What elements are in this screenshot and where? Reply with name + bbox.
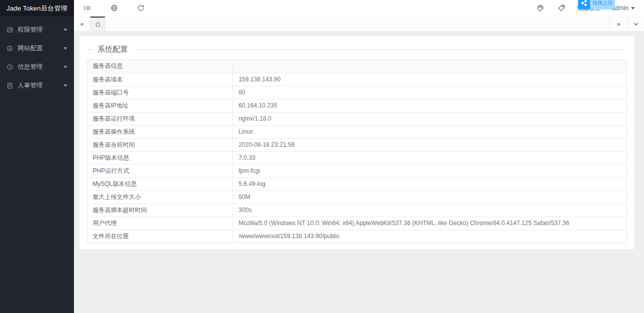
legend-dash <box>87 49 93 50</box>
table-row: 服务器脚本超时时间 300s <box>88 203 626 217</box>
tag-icon[interactable] <box>557 4 566 12</box>
chevron-down-icon <box>633 21 639 27</box>
sidebar-item[interactable]: 权限管理 <box>0 21 74 39</box>
top-header: 清除缓存 admin 拖拽上传 <box>74 0 644 17</box>
row-value: nginx/1.18.0 <box>233 113 626 125</box>
row-label: 服务器IP地址 <box>88 99 233 112</box>
sidebar-item[interactable]: 网站配置 <box>0 39 74 58</box>
table-row: 服务器当前时间 2020-08-18 23:21:56 <box>88 138 626 151</box>
user-dropdown[interactable]: admin <box>612 5 635 12</box>
table-row: 服务器IP地址 60.164.10.235 <box>88 99 626 112</box>
refresh-icon[interactable] <box>137 4 145 12</box>
main-area: 清除缓存 admin 拖拽上传 « » 系统配 <box>74 0 644 313</box>
drag-upload-widget[interactable]: 拖拽上传 <box>578 0 615 9</box>
clock-icon <box>7 64 13 70</box>
table-row: 文件所在位置 /www/wwwroot/159.138.143.90/publi… <box>88 230 626 243</box>
palette-icon[interactable] <box>536 4 544 12</box>
table-row: 服务器运行环境 nginx/1.18.0 <box>88 112 626 125</box>
row-label: 服务器域名 <box>88 73 233 86</box>
row-value: 80 <box>233 86 626 99</box>
system-config-card: 系统配置 服务器信息 服务器域名 159.138.143.90 <box>79 36 635 250</box>
row-value: fpm-fcgi <box>233 165 626 177</box>
sidebar-item-label: 权限管理 <box>18 26 43 34</box>
row-label: 服务器运行环境 <box>88 113 233 125</box>
sidebar-item-label: 人事管理 <box>18 81 43 90</box>
row-value: Linux <box>233 126 626 138</box>
table-header-label: 服务器信息 <box>88 60 233 73</box>
tab-bar: « » <box>74 17 644 32</box>
legend-rule <box>133 49 627 50</box>
globe-icon[interactable] <box>110 4 118 12</box>
id-card-icon <box>7 27 13 33</box>
helm-icon <box>7 45 13 52</box>
row-value: 60.164.10.235 <box>233 99 626 112</box>
table-header-row: 服务器信息 <box>88 60 626 73</box>
table-row: 最大上传文件大小 50M <box>88 190 626 203</box>
row-value: 50M <box>233 191 626 203</box>
home-icon <box>95 21 101 28</box>
row-label: 服务器操作系统 <box>88 126 233 138</box>
tabs-scroll-left-button[interactable]: « <box>74 17 90 31</box>
tabs-scroll-right-button[interactable]: » <box>610 17 627 31</box>
row-value: /www/wwwroot/159.138.143.90/public <box>233 230 626 243</box>
row-label: PHP运行方式 <box>88 165 233 177</box>
sidebar: Jade Token后台管理 权限管理 网站配置 信息管理 <box>0 0 74 313</box>
row-label: 服务器脚本超时时间 <box>88 204 233 217</box>
table-header-empty <box>233 60 626 73</box>
header-left-tools <box>74 4 152 12</box>
chevron-down-icon <box>63 84 67 87</box>
sidebar-item-label: 网站配置 <box>18 44 43 53</box>
table-row: MySQL版本信息 5.6.49-log <box>88 177 626 190</box>
sidebar-nav: 权限管理 网站配置 信息管理 人事管理 <box>0 17 74 95</box>
chevron-down-icon <box>63 66 67 68</box>
tabs-menu-button[interactable] <box>627 17 644 31</box>
chevron-down-icon <box>63 47 67 50</box>
row-label: 用户代理 <box>88 217 233 230</box>
row-label: 最大上传文件大小 <box>88 191 233 203</box>
collapse-menu-icon[interactable] <box>84 4 92 12</box>
table-row: PHP运行方式 fpm-fcgi <box>88 164 626 177</box>
row-label: MySQL版本信息 <box>88 178 233 190</box>
chevron-down-icon <box>63 29 67 31</box>
tab-home[interactable] <box>90 17 105 31</box>
tabs-empty-space <box>105 17 610 31</box>
row-label: 服务器端口号 <box>88 86 233 99</box>
row-value: 7.0.33 <box>233 152 626 164</box>
table-body: 服务器域名 159.138.143.90 服务器端口号 80 服务器IP地址 6… <box>88 73 626 243</box>
content-area[interactable]: 系统配置 服务器信息 服务器域名 159.138.143.90 <box>74 32 644 313</box>
row-value: Mozilla/5.0 (Windows NT 10.0; Win64; x64… <box>233 217 626 230</box>
table-row: 服务器域名 159.138.143.90 <box>88 73 626 86</box>
section-legend: 系统配置 <box>87 44 627 54</box>
table-row: 服务器操作系统 Linux <box>88 125 626 138</box>
row-value: 5.6.49-log <box>233 178 626 190</box>
section-title: 系统配置 <box>98 45 128 54</box>
table-row: 服务器端口号 80 <box>88 86 626 99</box>
table-row: PHP版本信息 7.0.33 <box>88 151 626 164</box>
server-info-table: 服务器信息 服务器域名 159.138.143.90 服务器端口号 80 <box>87 59 627 243</box>
sidebar-item[interactable]: 信息管理 <box>0 58 74 76</box>
sidebar-item-label: 信息管理 <box>18 63 43 71</box>
row-value: 300s <box>233 204 626 217</box>
app-title: Jade Token后台管理 <box>0 0 74 17</box>
chevron-down-icon <box>631 7 635 10</box>
drag-upload-button[interactable]: 拖拽上传 <box>590 0 615 9</box>
document-icon <box>7 82 13 89</box>
row-label: 服务器当前时间 <box>88 139 233 151</box>
row-label: 文件所在位置 <box>88 230 233 243</box>
row-value: 2020-08-18 23:21:56 <box>233 139 626 151</box>
sidebar-item[interactable]: 人事管理 <box>0 76 74 95</box>
row-value: 159.138.143.90 <box>233 73 626 86</box>
table-row: 用户代理 Mozilla/5.0 (Windows NT 10.0; Win64… <box>88 217 626 230</box>
share-nodes-icon <box>578 0 590 9</box>
row-label: PHP版本信息 <box>88 152 233 164</box>
